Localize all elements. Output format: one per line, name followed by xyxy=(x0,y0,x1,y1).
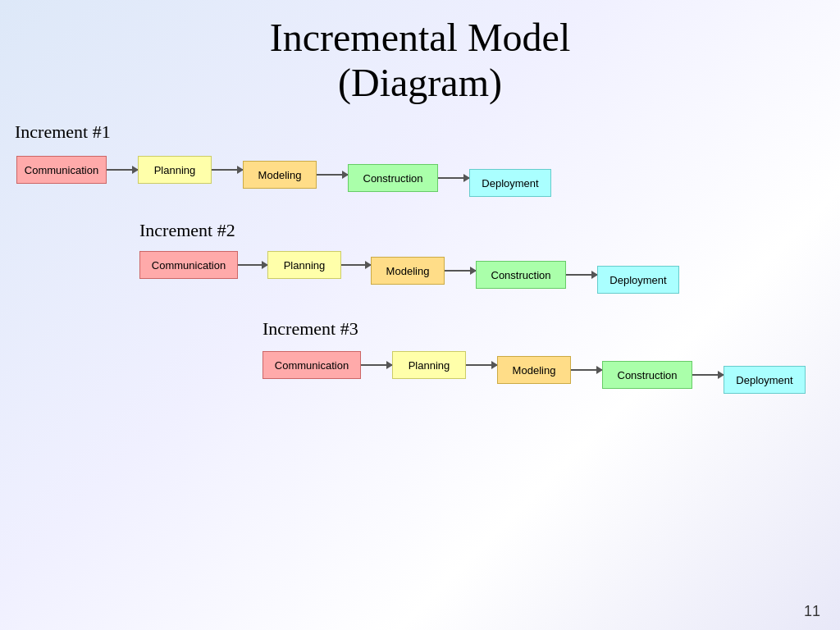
i1-modeling-box: Modeling xyxy=(243,161,317,189)
i1-arrow2 xyxy=(212,169,243,171)
i2-communication-box: Communication xyxy=(139,251,238,279)
i3-modeling-box: Modeling xyxy=(497,356,571,384)
i2-arrow1 xyxy=(238,264,267,266)
i1-deployment-box: Deployment xyxy=(469,169,551,197)
i3-planning-box: Planning xyxy=(392,351,466,379)
increment2-label: Increment #2 xyxy=(139,220,235,241)
i2-arrow4 xyxy=(566,274,597,276)
i2-construction-box: Construction xyxy=(476,261,566,289)
i3-arrow1 xyxy=(361,364,392,366)
i2-arrow3 xyxy=(445,270,476,272)
i3-communication-box: Communication xyxy=(262,351,361,379)
i2-modeling-box: Modeling xyxy=(371,257,445,285)
i3-arrow3 xyxy=(571,369,602,371)
increment3-label: Increment #3 xyxy=(262,318,358,340)
i3-arrow2 xyxy=(466,364,497,366)
i1-arrow3 xyxy=(317,174,348,176)
i1-planning-box: Planning xyxy=(138,156,212,184)
i2-arrow2 xyxy=(341,264,371,266)
i2-deployment-box: Deployment xyxy=(597,266,679,294)
i2-planning-box: Planning xyxy=(267,251,341,279)
i3-deployment-box: Deployment xyxy=(724,366,806,394)
i1-arrow4 xyxy=(438,177,469,179)
i1-construction-box: Construction xyxy=(348,164,438,192)
i3-arrow4 xyxy=(692,374,724,376)
page-number: 11 xyxy=(804,603,820,620)
increment1-label: Increment #1 xyxy=(15,121,111,143)
page-title: Incremental Model(Diagram) xyxy=(0,0,840,105)
i1-arrow1 xyxy=(107,169,138,171)
i1-communication-box: Communication xyxy=(16,156,107,184)
i3-construction-box: Construction xyxy=(602,361,692,389)
diagram-area: Increment #1 Communication Planning Mode… xyxy=(0,113,840,630)
